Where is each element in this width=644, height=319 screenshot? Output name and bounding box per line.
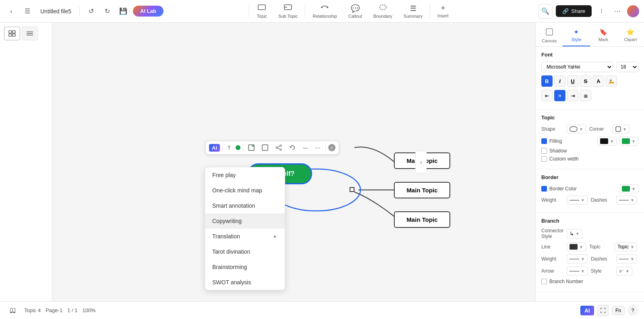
weight-dropdown[interactable]: —— ▼ [567,196,588,204]
book-button[interactable]: 🕮 [6,304,19,317]
font-section: Font Microsoft YaHei 18 B I U S A A [536,47,644,110]
tool-summary[interactable]: ☰ Summary [398,2,428,20]
arrow-dropdown[interactable]: —— ▼ [567,267,588,275]
weight-value: —— [569,197,579,203]
help-button[interactable]: ? [628,306,638,315]
branch-weight-label: Weight [541,256,563,262]
border-color-swatch[interactable]: ▼ [619,184,638,193]
ai-lab-button[interactable]: AI Lab [133,6,164,17]
shadow-checkbox[interactable] [541,148,547,154]
share-tool-button[interactable] [273,143,284,152]
corner-dropdown[interactable]: ▼ [613,125,630,133]
connector-style-dropdown[interactable]: ↳ ▼ [567,229,582,238]
grid-button[interactable]: ⁝ [595,5,608,18]
branch-number-checkbox[interactable] [541,279,547,284]
topic-section: Topic Shape ▼ Corner ▼ Filling ▼ [536,110,644,169]
branch-dashes-dropdown[interactable]: —— ▼ [616,254,637,263]
grid-view-button[interactable] [4,27,20,40]
tab-canvas[interactable]: Canvas [536,26,563,46]
custom-width-checkbox[interactable] [541,156,547,162]
list-view-button[interactable] [22,27,38,40]
search-button[interactable]: 🔍 [538,4,553,19]
style-dropdown[interactable]: ⩗ ▼ [616,267,632,275]
dashes-dropdown[interactable]: —— ▼ [616,196,637,204]
filling-color-2[interactable]: ▼ [619,137,638,146]
menu-swot[interactable]: SWOT analysis [205,275,285,290]
menu-button[interactable]: ☰ [21,5,34,18]
shape-dropdown[interactable]: ▼ [567,125,586,133]
topic-node-3[interactable]: Main Topic [394,211,450,228]
close-toolbar-button[interactable]: × [328,144,335,151]
tool-boundary[interactable]: Boundary [368,2,398,20]
dash-tool-button[interactable]: — [300,143,311,152]
menu-one-click[interactable]: One-click mind map [205,183,285,198]
topic-branch-dropdown[interactable]: Topic ▼ [615,242,637,251]
filling-color-swatch-green [622,138,630,144]
style-label: Style [591,268,613,274]
topic-node-2[interactable]: Main Topic [394,182,450,198]
tab-style[interactable]: ✦ Style [563,26,590,46]
topic-node-2-label: Main Topic [406,187,437,194]
fn-button[interactable]: Fn [612,306,625,315]
menu-smart-annotation[interactable]: Smart annotation [205,198,285,213]
ai-badge[interactable]: AI [209,144,220,152]
menu-free-play[interactable]: Free play [205,167,285,183]
ai-bottom-button[interactable]: AI [580,306,594,315]
canvas-area[interactable]: yourself? Main Topic Main Topic Main Top… [52,23,535,301]
line-color-swatch [569,244,578,250]
filling-checkbox[interactable] [541,138,547,144]
align-center-button[interactable]: ≡ [554,90,565,101]
tab-mark[interactable]: 🔖 Mark [590,26,617,46]
undo-button[interactable]: ↺ [85,5,97,18]
tool-callout[interactable]: 💬 Callout [343,2,368,20]
bold-button[interactable]: B [541,75,553,87]
back-button[interactable]: ‹ [5,5,18,18]
more-button[interactable]: ⋯ [611,5,624,18]
highlight-button[interactable]: A [606,75,617,87]
svg-rect-16 [262,145,268,150]
svg-point-15 [252,145,254,147]
svg-line-21 [277,148,280,149]
tab-clipart[interactable]: ⭐ Clipart [617,26,644,46]
tool-relationship[interactable]: Relationship [307,2,343,20]
menu-copywriting[interactable]: Copywriting [205,213,285,229]
save-button[interactable]: 💾 [117,5,130,18]
font-size-select[interactable]: 18 [616,62,638,72]
align-left-button[interactable]: ⇤ [541,90,553,101]
box-tool-button[interactable] [259,143,271,152]
text-tool-button[interactable]: T [225,143,233,152]
tool-insert[interactable]: + Insert [432,2,454,20]
menu-tarot[interactable]: Tarot divination [205,244,285,259]
corner-dropdown-arrow: ▼ [623,127,627,131]
tool-callout-label: Callout [348,14,362,19]
border-color-checkbox[interactable] [541,186,547,192]
expand-panel-button[interactable]: › [415,151,427,173]
expand-panel-area: › [415,151,427,173]
align-right-button[interactable]: ⇥ [567,90,578,101]
svg-text:A: A [610,79,612,82]
share-button[interactable]: 🔗 Share [556,5,592,17]
menu-brainstorming[interactable]: Brainstorming [205,259,285,275]
fullscreen-button[interactable]: ⛶ [597,305,609,316]
align-justify-button[interactable]: ≣ [580,90,591,101]
branch-weight-dropdown[interactable]: —— ▼ [567,254,588,263]
ai-toolbar: AI T — ⋯ × [205,141,339,154]
crop-tool-button[interactable] [246,143,257,152]
strikethrough-button[interactable]: S [580,75,591,87]
shadow-row: Shadow [541,148,638,154]
menu-translation[interactable]: Translation ► [205,229,285,244]
line-color[interactable]: ▼ [567,242,586,251]
tool-subtopic[interactable]: Sub Topic [273,2,303,20]
font-family-select[interactable]: Microsoft YaHei [541,62,613,72]
shape-dropdown-arrow: ▼ [579,127,583,131]
rotate-tool-button[interactable] [287,143,298,152]
redo-button[interactable]: ↻ [101,5,114,18]
font-color-button[interactable]: A [593,75,604,87]
clipart-tab-icon: ⭐ [626,28,634,36]
filling-color-1[interactable]: ▼ [597,137,617,146]
more-tool-button[interactable]: ⋯ [313,143,323,152]
underline-button[interactable]: U [567,75,578,87]
italic-button[interactable]: I [554,75,565,87]
tool-topic[interactable]: Topic [251,2,273,20]
shape-row: Shape ▼ Corner ▼ [541,125,638,133]
